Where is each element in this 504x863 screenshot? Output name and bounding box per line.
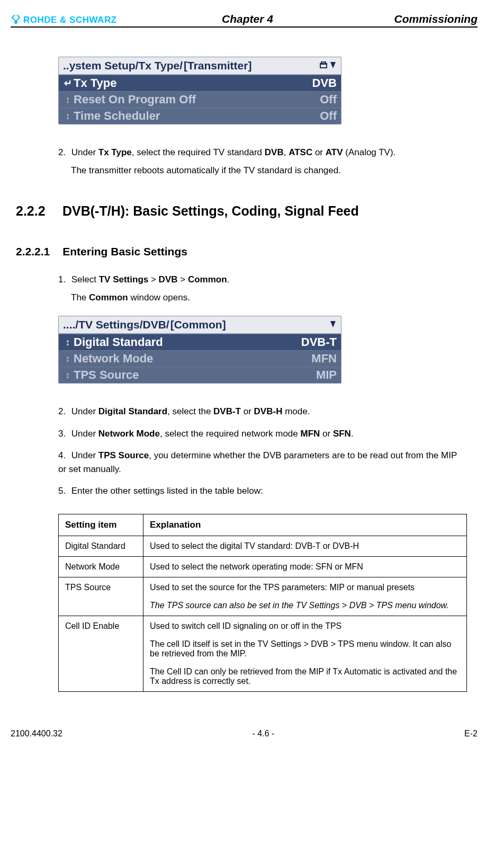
updown-icon: ↕ (62, 111, 74, 122)
chapter-label: Chapter 4 (117, 13, 379, 25)
lcd2-title: ..../TV Settings/DVB/ [Common] (59, 316, 341, 334)
svg-point-1 (14, 21, 17, 24)
table-row: Cell ID Enable Used to switch cell ID si… (59, 616, 467, 691)
lcd1-row-time: ↕ Time Scheduler Off (59, 108, 341, 124)
enter-icon: ↵ (62, 77, 74, 89)
heading-2-2-2: 2.2.2 DVB(-T/H): Basic Settings, Coding,… (16, 203, 467, 219)
table-row: Digital Standard Used to select the digi… (59, 536, 467, 556)
step-b3: 3. Under Network Mode, select the requir… (58, 427, 467, 441)
lcd2-row-tps: ↕ TPS Source MIP (59, 367, 341, 383)
page-footer: 2100.4400.32 - 4.6 - E-2 (0, 708, 504, 748)
down-arrow-icon (329, 61, 337, 70)
lcd1-title: ..ystem Setup/Tx Type/ [ Transmitter ] (59, 57, 341, 75)
logo-text: ROHDE & SCHWARZ (23, 15, 117, 25)
page-header: ROHDE & SCHWARZ Chapter 4 Commissioning (11, 13, 478, 28)
table-header-row: Setting item Explanation (59, 514, 467, 536)
step-2: 2. Under Tx Type, select the required TV… (58, 146, 467, 177)
print-icon (319, 61, 328, 70)
lcd-screenshot-1: ..ystem Setup/Tx Type/ [ Transmitter ] ↵… (58, 57, 341, 124)
updown-icon: ↕ (62, 370, 74, 381)
th-setting: Setting item (59, 514, 143, 536)
updown-icon: ↕ (62, 337, 74, 348)
footer-right: E-2 (464, 729, 478, 739)
lcd2-row-network: ↕ Network Mode MFN (59, 350, 341, 367)
footer-left: 2100.4400.32 (11, 729, 62, 739)
settings-table: Setting item Explanation Digital Standar… (58, 514, 467, 692)
footer-center: - 4.6 - (253, 729, 275, 739)
lcd1-row-tx-type: ↵ Tx Type DVB (59, 75, 341, 91)
th-explanation: Explanation (143, 514, 467, 536)
updown-icon: ↕ (62, 353, 74, 364)
step-b4: 4. Under TPS Source, you determine wheth… (58, 449, 467, 476)
logo-icon (11, 15, 21, 25)
table-row: Network Mode Used to select the network … (59, 556, 467, 577)
down-arrow-icon (329, 320, 337, 330)
updown-icon: ↕ (62, 94, 74, 105)
lcd2-row-digital: ↕ Digital Standard DVB-T (59, 334, 341, 350)
step-a1: 1. Select TV Settings > DVB > Common. Th… (58, 273, 467, 304)
step-b5: 5. Enter the other settings listed in th… (58, 484, 467, 498)
lcd-screenshot-2: ..../TV Settings/DVB/ [Common] ↕ Digital… (58, 316, 341, 384)
brand-logo: ROHDE & SCHWARZ (11, 15, 117, 25)
section-label: Commissioning (378, 13, 478, 25)
step-b2: 2. Under Digital Standard, select the DV… (58, 405, 467, 419)
table-row: TPS Source Used to set the source for th… (59, 577, 467, 616)
heading-2-2-2-1: 2.2.2.1 Entering Basic Settings (16, 245, 467, 258)
lcd1-row-reset: ↕ Reset On Program Off Off (59, 91, 341, 108)
svg-rect-0 (12, 15, 20, 21)
